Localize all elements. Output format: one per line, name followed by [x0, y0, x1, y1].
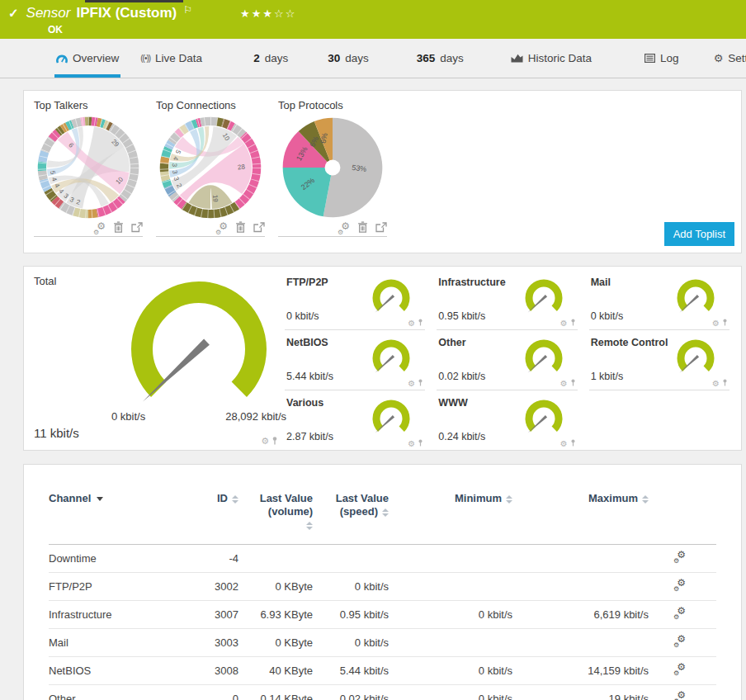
- channel-settings-button[interactable]: ⚙⚙: [673, 551, 686, 563]
- gauge-cell-empty: [589, 390, 729, 451]
- channel-gauge: [367, 338, 415, 377]
- gear-icon[interactable]: ⚙: [560, 319, 568, 328]
- pin-icon[interactable]: [418, 379, 423, 388]
- channel-settings-button[interactable]: ⚙⚙: [673, 692, 686, 700]
- tab-historic-data[interactable]: Historic Data: [511, 39, 592, 78]
- total-gauge-max: 28,092 kbit/s: [225, 410, 286, 423]
- column-header-channel[interactable]: Channel: [49, 492, 181, 544]
- tab-bar: Overview((•))Live Data2days30days365days…: [0, 39, 746, 78]
- pin-icon[interactable]: [271, 437, 278, 447]
- tab-2-days[interactable]: 2days: [253, 39, 288, 78]
- gear-icon[interactable]: ⚙: [560, 439, 568, 448]
- tab-settings[interactable]: ⚙Settings: [714, 39, 746, 78]
- cell-channel: Infrastructure: [49, 600, 181, 628]
- pin-icon[interactable]: [570, 379, 576, 388]
- log-icon: [644, 54, 655, 63]
- channel-value: 2.87 kbit/s: [286, 431, 333, 442]
- gear-icon[interactable]: ⚙: [712, 319, 720, 328]
- gauge-cell-infrastructure: Infrastructure0.95 kbit/s⚙: [437, 270, 577, 330]
- live-icon: ((•)): [140, 54, 150, 63]
- cell-id: 3003: [181, 628, 238, 656]
- sort-toggle-icon[interactable]: [382, 508, 389, 517]
- toplist-delete-icon[interactable]: [235, 221, 246, 236]
- gauge-cell-mail: Mail0 kbit/s⚙: [589, 270, 729, 330]
- channel-table-panel: ChannelIDLast Value(volume)Last Value(sp…: [23, 464, 742, 700]
- table-row-ftp-p2p[interactable]: FTP/P2P30020 KByte0 kbit/s⚙⚙: [49, 572, 716, 600]
- channel-value: 0 kbit/s: [591, 310, 624, 322]
- channel-settings-button[interactable]: ⚙⚙: [673, 664, 686, 675]
- channel-name: WWW: [438, 397, 467, 409]
- sort-toggle-icon[interactable]: [642, 495, 649, 504]
- cell-last-volume: 40 KByte: [238, 656, 313, 684]
- sort-toggle-icon[interactable]: [306, 522, 313, 530]
- toplist-delete-icon[interactable]: [113, 221, 124, 236]
- sort-toggle-icon[interactable]: [506, 495, 512, 504]
- total-gauge-cell: Total 0 kbit/s 28,092 kbit/s 11 kbit/s ⚙: [24, 267, 281, 450]
- svg-text:28: 28: [237, 163, 246, 171]
- toplist-open-external-icon[interactable]: [131, 221, 143, 236]
- tab-log[interactable]: Log: [644, 39, 679, 78]
- gear-icon[interactable]: ⚙: [560, 379, 568, 388]
- cell-id: 0: [181, 684, 238, 700]
- top-protocols-pie-chart[interactable]: 53%22%13%6%6%: [278, 113, 387, 222]
- channel-value: 5.44 kbit/s: [286, 371, 333, 382]
- pin-icon[interactable]: [722, 319, 728, 328]
- table-row-downtime[interactable]: Downtime-4⚙⚙: [49, 544, 716, 572]
- gear-icon[interactable]: ⚙: [712, 379, 720, 388]
- toplist-tile-top-connections: Top Connections 102819233345 ⚙⚙: [156, 99, 278, 253]
- svg-text:19: 19: [211, 195, 220, 203]
- top-connections-chord-chart[interactable]: 102819233345: [156, 113, 265, 222]
- flag-icon[interactable]: ⚐: [183, 4, 192, 16]
- toplist-open-external-icon[interactable]: [253, 221, 265, 236]
- sort-toggle-icon[interactable]: [232, 495, 238, 504]
- tab-live-data[interactable]: ((•))Live Data: [140, 39, 202, 78]
- channel-settings-button[interactable]: ⚙⚙: [673, 579, 686, 591]
- tab-overview[interactable]: Overview: [56, 39, 119, 78]
- table-row-mail[interactable]: Mail30030 KByte0 kbit/s⚙⚙: [49, 628, 716, 656]
- column-header-maximum[interactable]: Maximum: [512, 492, 649, 544]
- toplist-settings-icon[interactable]: ⚙⚙: [93, 223, 106, 234]
- column-header-last-value-speed-[interactable]: Last Value(speed): [313, 492, 389, 544]
- channel-value: 1 kbit/s: [591, 371, 624, 382]
- column-header-minimum[interactable]: Minimum: [389, 492, 512, 544]
- cell-channel: NetBIOS: [49, 656, 181, 684]
- toplist-settings-icon[interactable]: ⚙⚙: [215, 223, 228, 234]
- channel-table: ChannelIDLast Value(volume)Last Value(sp…: [49, 492, 716, 700]
- top-talkers-chord-chart[interactable]: 291062334445: [34, 113, 143, 222]
- tab-365-days[interactable]: 365days: [417, 39, 464, 78]
- table-row-netbios[interactable]: NetBIOS300840 KByte5.44 kbit/s0 kbit/s14…: [49, 656, 716, 684]
- pin-icon[interactable]: [722, 379, 728, 388]
- pin-icon[interactable]: [570, 439, 576, 448]
- toplist-delete-icon[interactable]: [357, 221, 368, 236]
- cell-maximum: 14,159 kbit/s: [512, 656, 649, 684]
- cell-minimum: 0 kbit/s: [389, 684, 512, 700]
- toplist-open-external-icon[interactable]: [375, 221, 387, 236]
- pin-icon[interactable]: [570, 319, 576, 328]
- toplist-settings-icon[interactable]: ⚙⚙: [338, 223, 350, 234]
- add-toplist-button[interactable]: Add Toplist: [664, 222, 734, 246]
- gear-icon[interactable]: ⚙: [261, 436, 269, 447]
- pin-icon[interactable]: [418, 439, 423, 448]
- channel-gauge: [367, 277, 415, 317]
- channel-value: 0.95 kbit/s: [438, 310, 485, 322]
- cell-id: -4: [181, 544, 238, 572]
- cell-last-volume: 0.14 KByte: [238, 684, 313, 700]
- table-row-infrastructure[interactable]: Infrastructure30076.93 KByte0.95 kbit/s0…: [49, 600, 716, 628]
- priority-stars[interactable]: ★★★☆☆: [240, 7, 296, 20]
- pin-icon[interactable]: [418, 319, 423, 328]
- column-header-id[interactable]: ID: [181, 492, 238, 544]
- channel-settings-button[interactable]: ⚙⚙: [673, 636, 686, 647]
- channel-gauge: [672, 277, 720, 317]
- column-header-last-value-volume-[interactable]: Last Value(volume): [238, 492, 313, 544]
- tab-30-days[interactable]: 30days: [328, 39, 369, 78]
- gear-icon[interactable]: ⚙: [408, 319, 415, 328]
- channel-value: 0.02 kbit/s: [438, 371, 485, 382]
- gear-icon[interactable]: ⚙: [408, 379, 415, 388]
- toplist-title: Top Talkers: [34, 99, 156, 111]
- gear-icon[interactable]: ⚙: [408, 439, 415, 448]
- gauges-panel: Total 0 kbit/s 28,092 kbit/s 11 kbit/s ⚙…: [23, 266, 742, 451]
- table-row-other[interactable]: Other00.14 KByte0.02 kbit/s0 kbit/s19 kb…: [49, 684, 716, 700]
- channel-settings-button[interactable]: ⚙⚙: [673, 608, 686, 619]
- channel-gauge: [672, 338, 720, 377]
- channel-name: NetBIOS: [286, 337, 328, 348]
